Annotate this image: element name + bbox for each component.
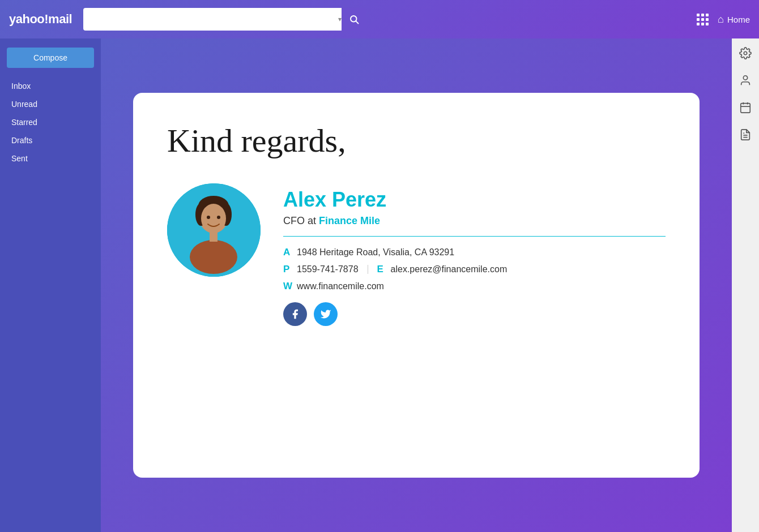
search-button[interactable] (342, 8, 366, 31)
svg-rect-14 (741, 104, 751, 113)
sidebar: Compose Inbox Unread Starred Drafts Sent (0, 38, 101, 532)
greeting-text: Kind regards, (167, 121, 666, 161)
home-button[interactable]: ⌂ Home (718, 14, 750, 25)
separator (368, 265, 368, 274)
main-area: Compose Inbox Unread Starred Drafts Sent… (0, 38, 759, 532)
divider (283, 236, 666, 237)
website-label: W (283, 281, 292, 292)
company-name: Finance Mile (319, 215, 380, 226)
twitter-svg (320, 308, 331, 320)
website-text: www.financemile.com (297, 281, 384, 291)
facebook-svg (289, 308, 301, 320)
phone-text: 1559-741-7878 (297, 264, 359, 274)
svg-line-1 (356, 21, 359, 23)
person-title-prefix: CFO at (283, 215, 319, 226)
navbar: yahoo!mail ▾ ⌂ Home (0, 0, 759, 38)
search-icon (349, 14, 359, 24)
phone-label: P (283, 264, 292, 275)
twitter-icon[interactable] (314, 302, 338, 326)
facebook-icon[interactable] (283, 302, 307, 326)
address-text: 1948 Heritage Road, Visalia, CA 93291 (297, 247, 454, 258)
avatar-image (167, 183, 261, 277)
navbar-right: ⌂ Home (697, 14, 750, 25)
settings-gear-icon (739, 47, 752, 59)
content-area: Kind regards, (101, 38, 732, 532)
svg-point-7 (201, 204, 226, 233)
avatar (167, 183, 261, 277)
email-label: E (377, 264, 386, 275)
person-avatar-svg (167, 183, 261, 277)
sidebar-item-sent[interactable]: Sent (0, 149, 101, 168)
svg-point-12 (744, 52, 747, 55)
notes-icon (739, 128, 752, 141)
svg-point-13 (743, 76, 747, 80)
website-row: W www.financemile.com (283, 281, 666, 292)
signature-info: Alex Perez CFO at Finance Mile A 1948 He… (283, 183, 666, 326)
search-wrapper: ▾ (83, 8, 366, 31)
home-label: Home (727, 15, 750, 24)
calendar-panel-icon[interactable] (737, 100, 753, 115)
svg-point-10 (207, 216, 210, 219)
apps-grid-icon[interactable] (697, 14, 709, 25)
svg-point-11 (217, 216, 220, 219)
person-name: Alex Perez (283, 188, 666, 212)
phone-email-row: P 1559-741-7878 E alex.perez@financemile… (283, 264, 666, 275)
signature-card: Kind regards, (133, 93, 700, 478)
compose-button[interactable]: Compose (7, 48, 94, 68)
address-row: A 1948 Heritage Road, Visalia, CA 93291 (283, 247, 666, 258)
sidebar-item-starred[interactable]: Starred (0, 113, 101, 131)
calendar-icon (739, 101, 752, 114)
svg-rect-9 (210, 231, 218, 242)
yahoo-mail-logo: yahoo!mail (9, 12, 72, 27)
sidebar-item-inbox[interactable]: Inbox (0, 77, 101, 95)
contacts-icon (739, 74, 752, 87)
svg-point-8 (190, 240, 237, 274)
person-title: CFO at Finance Mile (283, 215, 666, 227)
sidebar-item-drafts[interactable]: Drafts (0, 131, 101, 149)
social-icons (283, 302, 666, 326)
settings-panel-icon[interactable] (737, 45, 753, 61)
search-input[interactable] (83, 8, 344, 31)
email-text: alex.perez@financemile.com (391, 264, 508, 274)
sidebar-item-unread[interactable]: Unread (0, 95, 101, 113)
home-icon: ⌂ (718, 14, 724, 25)
right-panel (732, 38, 759, 532)
notes-panel-icon[interactable] (737, 127, 753, 143)
signature-body: Alex Perez CFO at Finance Mile A 1948 He… (167, 183, 666, 326)
contacts-panel-icon[interactable] (737, 72, 753, 88)
address-label: A (283, 247, 292, 258)
